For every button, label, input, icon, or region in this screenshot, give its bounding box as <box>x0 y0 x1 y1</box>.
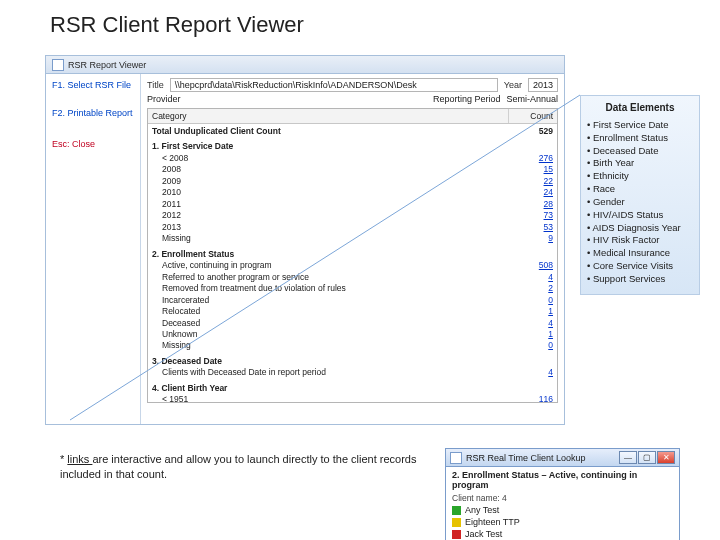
data-element-item: HIV Risk Factor <box>587 234 693 247</box>
data-element-item: Gender <box>587 196 693 209</box>
viewer-sidebar: F1. Select RSR File F2. Printable Report… <box>46 74 141 424</box>
grid-count-link[interactable]: 0 <box>509 295 553 306</box>
close-button[interactable]: ✕ <box>657 451 675 464</box>
sidebar-select-file[interactable]: F1. Select RSR File <box>52 80 134 92</box>
grid-category: Incarcerated <box>152 295 509 306</box>
footnote: * links are interactive and allow you to… <box>60 452 430 482</box>
grid-category: Relocated <box>152 306 509 317</box>
client-lookup-window: RSR Real Time Client Lookup — ▢ ✕ 2. Enr… <box>445 448 680 540</box>
grid-count-link[interactable]: 73 <box>509 210 553 221</box>
data-element-item: Ethnicity <box>587 170 693 183</box>
data-element-item: Support Services <box>587 273 693 286</box>
period-field[interactable]: Semi-Annual <box>506 94 558 104</box>
grid-count-link[interactable]: 2 <box>509 283 553 294</box>
client-name: Eighteen TTP <box>465 517 520 527</box>
data-element-item: Birth Year <box>587 157 693 170</box>
app-icon <box>52 59 64 71</box>
grid-count-link[interactable]: 276 <box>509 153 553 164</box>
grid-count-link[interactable]: 508 <box>509 260 553 271</box>
data-elements-panel: Data Elements First Service DateEnrollme… <box>580 95 700 295</box>
grid-category: 2. Enrollment Status <box>152 249 509 260</box>
data-element-item: Deceased Date <box>587 145 693 158</box>
data-element-item: HIV/AIDS Status <box>587 209 693 222</box>
grid-count-link <box>509 141 553 152</box>
title-field[interactable]: \\hepcprd\data\RiskReduction\RiskInfo\AD… <box>170 78 498 92</box>
grid-count-link <box>509 356 553 367</box>
footnote-link-word: links <box>67 453 92 465</box>
period-label: Reporting Period <box>433 94 501 104</box>
rsr-report-viewer-window: RSR Report Viewer F1. Select RSR File F2… <box>45 55 565 425</box>
grid-category: Active, continuing in program <box>152 260 509 271</box>
grid-category: Removed from treatment due to violation … <box>152 283 509 294</box>
grid-count-link[interactable]: 1 <box>509 329 553 340</box>
maximize-button[interactable]: ▢ <box>638 451 656 464</box>
grid-count-link: 529 <box>509 126 553 137</box>
grid-count-link[interactable]: 22 <box>509 176 553 187</box>
lookup-field-label: Client name: 4 <box>452 493 673 503</box>
grid-count-link <box>509 383 553 394</box>
sidebar-printable-report[interactable]: F2. Printable Report <box>52 108 134 120</box>
minimize-button[interactable]: — <box>619 451 637 464</box>
col-header-category[interactable]: Category <box>148 109 509 123</box>
grid-category: < 2008 <box>152 153 509 164</box>
slide-title: RSR Client Report Viewer <box>50 12 304 38</box>
grid-category: 2008 <box>152 164 509 175</box>
grid-category: < 1951 <box>152 394 509 403</box>
grid-count-link[interactable]: 4 <box>509 272 553 283</box>
grid-category: Missing <box>152 340 509 351</box>
grid-category: Missing <box>152 233 509 244</box>
viewer-main: Title \\hepcprd\data\RiskReduction\RiskI… <box>141 74 564 424</box>
grid-category: 2010 <box>152 187 509 198</box>
grid-category: 2011 <box>152 199 509 210</box>
status-square-icon <box>452 518 461 527</box>
grid-count-link[interactable]: 0 <box>509 340 553 351</box>
grid-count-link[interactable]: 53 <box>509 222 553 233</box>
lookup-window-title: RSR Real Time Client Lookup <box>466 453 586 463</box>
client-row[interactable]: Jack Test <box>452 529 673 539</box>
status-square-icon <box>452 506 461 515</box>
provider-label: Provider <box>147 94 181 104</box>
grid-category: 1. First Service Date <box>152 141 509 152</box>
viewer-titlebar[interactable]: RSR Report Viewer <box>46 56 564 74</box>
lookup-titlebar[interactable]: RSR Real Time Client Lookup — ▢ ✕ <box>446 449 679 467</box>
status-square-icon <box>452 530 461 539</box>
window-title: RSR Report Viewer <box>68 60 146 70</box>
data-element-item: Enrollment Status <box>587 132 693 145</box>
client-name: Jack Test <box>465 529 502 539</box>
grid-count-link[interactable]: 15 <box>509 164 553 175</box>
data-element-item: Medical Insurance <box>587 247 693 260</box>
data-elements-title: Data Elements <box>587 102 693 113</box>
grid-count-link[interactable]: 116 <box>509 394 553 403</box>
report-grid: Category Count Total Unduplicated Client… <box>147 108 558 403</box>
client-row[interactable]: Eighteen TTP <box>452 517 673 527</box>
grid-count-link[interactable]: 24 <box>509 187 553 198</box>
grid-count-link <box>509 249 553 260</box>
col-header-count[interactable]: Count <box>509 109 557 123</box>
grid-count-link[interactable]: 9 <box>509 233 553 244</box>
grid-category: 2012 <box>152 210 509 221</box>
grid-category: Clients with Deceased Date in report per… <box>152 367 509 378</box>
lookup-header: 2. Enrollment Status – Active, continuin… <box>452 470 673 490</box>
grid-category: 2013 <box>152 222 509 233</box>
grid-count-link[interactable]: 4 <box>509 318 553 329</box>
grid-category: 2009 <box>152 176 509 187</box>
data-element-item: First Service Date <box>587 119 693 132</box>
data-element-item: AIDS Diagnosis Year <box>587 222 693 235</box>
client-name: Any Test <box>465 505 499 515</box>
sidebar-close[interactable]: Esc: Close <box>52 139 134 151</box>
year-label: Year <box>504 80 522 90</box>
grid-category: Deceased <box>152 318 509 329</box>
app-icon <box>450 452 462 464</box>
grid-count-link[interactable]: 4 <box>509 367 553 378</box>
grid-category: 4. Client Birth Year <box>152 383 509 394</box>
data-element-item: Race <box>587 183 693 196</box>
data-element-item: Core Service Visits <box>587 260 693 273</box>
year-field[interactable]: 2013 <box>528 78 558 92</box>
grid-category: 3. Deceased Date <box>152 356 509 367</box>
grid-count-link[interactable]: 28 <box>509 199 553 210</box>
client-row[interactable]: Any Test <box>452 505 673 515</box>
title-label: Title <box>147 80 164 90</box>
grid-count-link[interactable]: 1 <box>509 306 553 317</box>
grid-category: Referred to another program or service <box>152 272 509 283</box>
grid-category: Unknown <box>152 329 509 340</box>
